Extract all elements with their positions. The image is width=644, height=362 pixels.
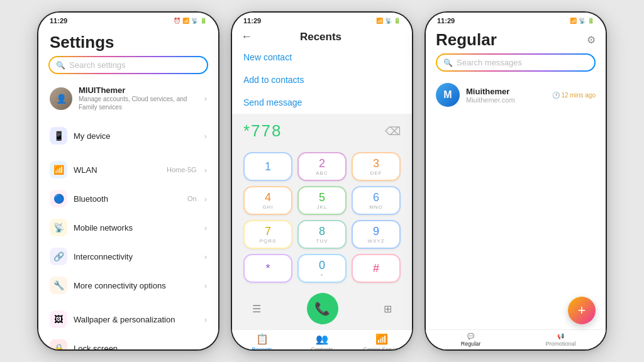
key-0[interactable]: 0+	[297, 254, 347, 283]
phone-dialer: 11:29 📶 📡 🔋 ← Recents New contact Add to…	[231, 11, 413, 351]
settings-item-mobile-networks[interactable]: 📡 Mobile networks ›	[38, 213, 218, 242]
call-button[interactable]: 📞	[307, 293, 338, 324]
contacts-icon: 👥	[316, 333, 328, 345]
nav-carrier[interactable]: 📶 Carrier Service	[352, 330, 412, 349]
nav-contacts[interactable]: 👥 Contacts	[292, 330, 352, 349]
settings-item-my-device[interactable]: 📱 My device ›	[38, 121, 218, 150]
tab-regular[interactable]: 💬 Regular	[426, 330, 516, 349]
settings-title: Settings	[38, 26, 218, 56]
dialer-grid: 1 2ABC 3DEF 4GHI 5JKL 6MNO 7PQRS 8TUV 9W…	[232, 146, 412, 289]
phone-settings: 11:29 ⏰ 📶 📡 🔋 Settings 🔍 Search settings…	[37, 11, 219, 351]
wlan-icon: 📶	[50, 161, 67, 178]
key-7[interactable]: 7PQRS	[243, 220, 292, 249]
account-desc: Manage accounts, Cloud services, and Fam…	[79, 95, 198, 111]
key-1[interactable]: 1	[243, 152, 292, 181]
wallpaper-label: Wallpaper & personalization	[74, 315, 198, 324]
my-device-icon: 📱	[50, 127, 67, 145]
grid-button[interactable]: ⊞	[384, 303, 392, 315]
mobile-networks-label: Mobile networks	[74, 223, 198, 233]
menu-button[interactable]: ☰	[252, 303, 261, 315]
time-3: 11:29	[437, 17, 455, 25]
send-message-btn[interactable]: Send message	[232, 91, 412, 114]
key-2[interactable]: 2ABC	[297, 152, 347, 181]
wlan-value: Home-5G	[167, 166, 197, 173]
settings-screen: Settings 🔍 Search settings 👤 MIUIThemer …	[38, 26, 218, 349]
contact-row[interactable]: M Miuithemer Miuithemer.com 🕐 12 mins ag…	[426, 78, 606, 112]
new-contact-btn[interactable]: New contact	[232, 46, 412, 69]
gear-icon[interactable]: ⚙	[587, 34, 596, 46]
messages-header: Regular ⚙	[426, 26, 606, 53]
search-bar-wrapper[interactable]: 🔍 Search settings	[48, 56, 208, 74]
regular-icon: 💬	[467, 333, 474, 339]
contact-avatar: M	[436, 83, 460, 107]
contact-info: Miuithemer Miuithemer.com	[466, 87, 546, 104]
phones-container: 11:29 ⏰ 📶 📡 🔋 Settings 🔍 Search settings…	[0, 0, 644, 362]
delete-button[interactable]: ⌫	[385, 124, 401, 138]
key-8[interactable]: 8TUV	[297, 220, 347, 249]
status-icons-1: ⏰ 📶 📡 🔋	[174, 18, 207, 24]
settings-item-interconnectivity[interactable]: 🔗 Interconnectivity ›	[38, 242, 218, 271]
key-3[interactable]: 3DEF	[352, 152, 401, 181]
dialer-number: *778	[243, 121, 282, 141]
search-messages-input[interactable]: Search messages	[457, 58, 522, 67]
lock-screen-label: Lock screen	[74, 344, 198, 350]
phone-bottom-nav: 📋 Recents 👥 Contacts 📶 Carrier Service	[232, 329, 412, 349]
settings-item-more-connectivity[interactable]: 🔧 More connectivity options ›	[38, 271, 218, 300]
nav-recents[interactable]: 📋 Recents	[232, 330, 292, 349]
key-6[interactable]: 6MNO	[352, 186, 401, 215]
mobile-networks-icon: 📡	[50, 219, 67, 236]
lock-screen-chevron: ›	[204, 344, 207, 350]
search-settings-input[interactable]: Search settings	[69, 60, 126, 70]
key-4[interactable]: 4GHI	[243, 186, 292, 215]
wlan-chevron: ›	[204, 165, 207, 175]
message-time: 🕐 12 mins ago	[552, 92, 596, 99]
key-hash[interactable]: #	[352, 254, 401, 283]
phone-messages: 11:29 📶 📡 🔋 Regular ⚙ 🔍 Search messages	[425, 11, 607, 351]
settings-item-bluetooth[interactable]: 🔵 Bluetooth On ›	[38, 184, 218, 213]
time-1: 11:29	[50, 17, 67, 25]
contacts-tab-label: Contacts	[311, 346, 333, 349]
bluetooth-label: Bluetooth	[74, 194, 181, 204]
key-5[interactable]: 5JKL	[297, 186, 347, 215]
search-bar-inner: 🔍 Search settings	[50, 57, 207, 73]
messages-bottom-nav: 💬 Regular 📢 Promotional	[426, 329, 606, 349]
status-icons-3: 📶 📡 🔋	[570, 18, 594, 24]
signal-icon: 📡	[191, 18, 198, 24]
carrier-icon: 📶	[375, 333, 388, 345]
avatar: 👤	[50, 87, 72, 110]
my-device-label: My device	[74, 131, 198, 141]
back-button[interactable]: ←	[241, 30, 252, 43]
avatar-letter: 👤	[56, 94, 67, 104]
compose-button[interactable]: +	[568, 297, 596, 324]
dialer-display: *778 ⌫	[232, 114, 412, 146]
settings-item-lock-screen[interactable]: 🔒 Lock screen ›	[38, 334, 218, 349]
account-row[interactable]: 👤 MIUIThemer Manage accounts, Cloud serv…	[38, 80, 218, 116]
time-2: 11:29	[243, 17, 261, 25]
wifi-icon-2: 📶	[376, 18, 383, 24]
bluetooth-chevron: ›	[204, 194, 207, 204]
tab-promotional[interactable]: 📢 Promotional	[516, 330, 606, 349]
wlan-label: WLAN	[74, 165, 160, 175]
settings-item-wallpaper[interactable]: 🖼 Wallpaper & personalization ›	[38, 305, 218, 334]
promotional-icon: 📢	[557, 333, 564, 339]
wallpaper-icon: 🖼	[50, 310, 67, 328]
add-to-contacts-btn[interactable]: Add to contacts	[232, 69, 412, 91]
key-star[interactable]: *	[243, 254, 292, 283]
key-9[interactable]: 9WXYZ	[352, 220, 401, 249]
alarm-icon: ⏰	[174, 18, 180, 24]
battery-icon-2: 🔋	[394, 18, 401, 24]
contact-name: Miuithemer	[466, 87, 546, 96]
msg-search-bar-wrapper[interactable]: 🔍 Search messages	[436, 53, 596, 72]
account-chevron: ›	[204, 94, 207, 103]
dialer-screen: ← Recents New contact Add to contacts Se…	[232, 26, 412, 349]
settings-item-wlan[interactable]: 📶 WLAN Home-5G ›	[38, 155, 218, 184]
wifi-icon: 📶	[182, 18, 189, 24]
mobile-networks-chevron: ›	[204, 223, 207, 233]
contact-sub: Miuithemer.com	[466, 96, 546, 104]
signal-icon-3: 📡	[579, 18, 586, 24]
status-bar-1: 11:29 ⏰ 📶 📡 🔋	[38, 13, 218, 26]
more-connectivity-label: More connectivity options	[74, 281, 198, 290]
battery-icon-3: 🔋	[587, 18, 594, 24]
recents-title: Recents	[257, 31, 384, 43]
status-bar-2: 11:29 📶 📡 🔋	[232, 13, 412, 26]
